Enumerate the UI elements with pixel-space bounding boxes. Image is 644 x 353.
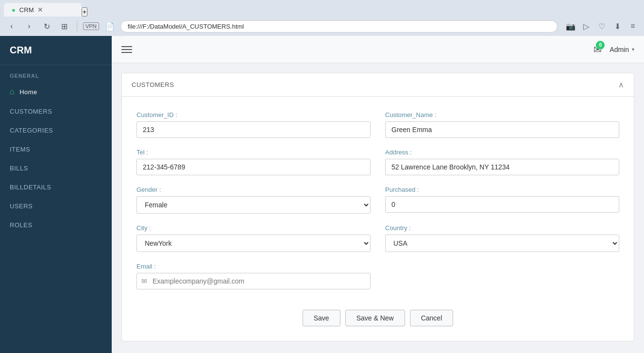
- sidebar-item-bills-label: BILLS: [10, 165, 28, 172]
- tel-input[interactable]: [136, 159, 371, 175]
- hamburger-line-1: [121, 46, 132, 47]
- purchased-input[interactable]: [385, 196, 619, 213]
- customer-id-input[interactable]: [136, 121, 371, 138]
- form-row-3: Gender : Female Male Other Purchased :: [136, 186, 619, 214]
- tel-group: Tel :: [136, 149, 371, 175]
- sidebar-item-items-label: ITEMS: [10, 146, 30, 153]
- admin-dropdown[interactable]: Admin ▾: [610, 46, 634, 53]
- sidebar-item-billdetails[interactable]: BILLDETAILS: [0, 178, 112, 197]
- browser-actions: 📷 ▷ ♡ ⬇ ≡: [564, 20, 639, 33]
- form-card-header: CUSTOMERS ∧: [122, 73, 634, 97]
- sidebar-item-categories[interactable]: CATEGORIES: [0, 121, 112, 140]
- topbar-left: [121, 46, 132, 53]
- heart-icon[interactable]: ♡: [595, 20, 608, 33]
- back-button[interactable]: ‹: [5, 19, 18, 33]
- hamburger-button[interactable]: [121, 46, 132, 53]
- sidebar: CRM GENERAL ⌂ Home CUSTOMERS CATEGORIES …: [0, 36, 112, 353]
- vpn-badge[interactable]: VPN: [83, 22, 99, 30]
- address-group: Address :: [385, 149, 619, 175]
- form-actions: Save Save & New Cancel: [136, 300, 619, 331]
- browser-tabs: ● CRM ✕ +: [0, 0, 644, 17]
- customer-name-input[interactable]: [385, 121, 619, 138]
- sidebar-item-categories-label: CATEGORIES: [10, 127, 53, 134]
- tab-title: CRM: [19, 6, 34, 14]
- purchased-label: Purchased :: [385, 186, 619, 193]
- customer-name-label: Customer_Name :: [385, 111, 619, 118]
- form-card: CUSTOMERS ∧ Customer_ID : Customer_Name …: [121, 73, 634, 341]
- customer-id-group: Customer_ID :: [136, 111, 371, 138]
- hamburger-line-3: [121, 52, 132, 53]
- email-input[interactable]: [136, 273, 371, 289]
- sidebar-item-customers-label: CUSTOMERS: [10, 108, 52, 115]
- form-body: Customer_ID : Customer_Name : Tel :: [122, 97, 634, 341]
- country-group: Country : USA Canada UK Australia: [385, 224, 619, 252]
- country-label: Country :: [385, 224, 619, 232]
- download-icon[interactable]: ⬇: [611, 20, 624, 33]
- crm-favicon: ●: [12, 6, 16, 14]
- cancel-button[interactable]: Cancel: [410, 310, 454, 326]
- form-row-1: Customer_ID : Customer_Name :: [136, 111, 619, 138]
- save-new-button[interactable]: Save & New: [345, 310, 405, 326]
- new-tab-button[interactable]: +: [82, 7, 87, 17]
- gender-label: Gender :: [136, 186, 371, 193]
- sidebar-item-users[interactable]: USERS: [0, 197, 112, 216]
- save-button[interactable]: Save: [303, 310, 340, 326]
- url-bar[interactable]: [120, 20, 558, 33]
- sidebar-logo: CRM: [0, 36, 112, 65]
- collapse-button[interactable]: ∧: [618, 80, 624, 89]
- sidebar-section-label: GENERAL: [0, 65, 112, 82]
- notification-bell[interactable]: ✉ 0: [593, 44, 602, 55]
- sidebar-item-items[interactable]: ITEMS: [0, 140, 112, 159]
- reload-button[interactable]: ↻: [40, 19, 53, 33]
- gender-group: Gender : Female Male Other: [136, 186, 371, 214]
- sidebar-item-roles[interactable]: ROLES: [0, 216, 112, 235]
- form-row-2: Tel : Address :: [136, 149, 619, 175]
- hamburger-line-2: [121, 49, 132, 50]
- reader-button[interactable]: 📄: [103, 19, 117, 33]
- sidebar-item-roles-label: ROLES: [10, 221, 33, 229]
- purchased-group: Purchased :: [385, 186, 619, 214]
- divider: [77, 21, 77, 31]
- sidebar-item-customers[interactable]: CUSTOMERS: [0, 102, 112, 121]
- topbar: ✉ 0 Admin ▾: [112, 36, 644, 63]
- email-group: Email : ✉: [136, 263, 371, 289]
- app-wrapper: CRM GENERAL ⌂ Home CUSTOMERS CATEGORIES …: [0, 36, 644, 353]
- forward-button[interactable]: ›: [22, 19, 36, 33]
- email-input-wrapper: ✉: [136, 273, 371, 289]
- tab-close-btn[interactable]: ✕: [37, 6, 43, 14]
- sidebar-item-home[interactable]: ⌂ Home: [0, 82, 112, 102]
- address-label: Address :: [385, 149, 619, 156]
- tel-label: Tel :: [136, 149, 371, 156]
- chevron-down-icon: ▾: [632, 47, 634, 52]
- sidebar-item-bills[interactable]: BILLS: [0, 159, 112, 178]
- gender-select[interactable]: Female Male Other: [136, 196, 371, 214]
- email-label: Email :: [136, 263, 371, 270]
- city-group: City : NewYork Los Angeles Chicago Houst…: [136, 224, 371, 252]
- sidebar-item-billdetails-label: BILLDETAILS: [10, 184, 51, 191]
- form-card-title: CUSTOMERS: [132, 81, 174, 88]
- email-icon: ✉: [141, 277, 147, 285]
- admin-label: Admin: [610, 46, 629, 53]
- play-icon[interactable]: ▷: [580, 20, 593, 33]
- grid-button[interactable]: ⊞: [57, 19, 71, 33]
- city-select[interactable]: NewYork Los Angeles Chicago Houston: [136, 235, 371, 252]
- empty-group: [385, 263, 619, 289]
- notification-badge: 0: [596, 41, 605, 50]
- browser-tab[interactable]: ● CRM ✕: [4, 3, 82, 17]
- camera-icon[interactable]: 📷: [564, 20, 577, 33]
- address-input[interactable]: [385, 159, 619, 175]
- customer-name-group: Customer_Name :: [385, 111, 619, 138]
- form-row-5: Email : ✉: [136, 263, 619, 289]
- menu-icon[interactable]: ≡: [627, 20, 639, 33]
- country-select[interactable]: USA Canada UK Australia: [385, 235, 619, 252]
- home-icon: ⌂: [10, 87, 15, 96]
- city-label: City :: [136, 224, 371, 232]
- main-content: CUSTOMERS ∧ Customer_ID : Customer_Name …: [112, 63, 644, 353]
- sidebar-item-users-label: USERS: [10, 202, 33, 210]
- customer-id-label: Customer_ID :: [136, 111, 371, 118]
- form-row-4: City : NewYork Los Angeles Chicago Houst…: [136, 224, 619, 252]
- browser-controls: ‹ › ↻ ⊞ VPN 📄 📷 ▷ ♡ ⬇ ≡: [0, 17, 644, 36]
- browser-chrome: ● CRM ✕ + ‹ › ↻ ⊞ VPN 📄 📷 ▷ ♡ ⬇ ≡: [0, 0, 644, 36]
- sidebar-item-home-label: Home: [19, 88, 37, 96]
- topbar-right: ✉ 0 Admin ▾: [593, 44, 634, 55]
